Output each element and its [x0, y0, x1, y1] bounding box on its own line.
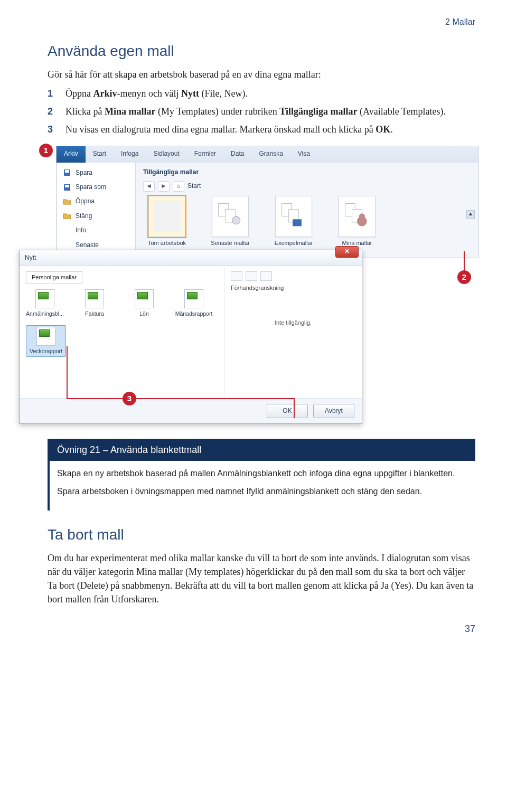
template-label: Tom arbetsbok [143, 239, 191, 248]
template-thumb [148, 196, 185, 237]
backstage: SparaSpara somÖppnaStängInfoSenaste Till… [57, 163, 478, 258]
steps-list: 1Öppna Arkiv-menyn och välj Nytt (File, … [48, 87, 475, 136]
view-icon-2[interactable] [246, 271, 257, 281]
template-label: Senaste mallar [206, 239, 254, 248]
step-item: 1Öppna Arkiv-menyn och välj Nytt (File, … [48, 87, 475, 100]
svg-rect-9 [293, 219, 302, 226]
file-grid: Anmälningsbl...FakturaLönMånadsrapportVe… [26, 289, 218, 357]
backstage-title: Tillgängliga mallar [143, 168, 471, 177]
section-intro: Gör så här för att skapa en arbetsbok ba… [48, 68, 475, 81]
ribbon-tab[interactable]: Granska [251, 146, 290, 162]
file-item[interactable]: Faktura [76, 289, 114, 318]
svg-point-13 [359, 213, 365, 219]
backstage-toolbar: ◄ ► ⌂ Start [143, 181, 471, 192]
excel-file-icon [36, 327, 55, 346]
backstage-menu-item[interactable]: Öppna [57, 194, 135, 209]
backstage-menu: SparaSpara somÖppnaStängInfoSenaste [57, 163, 136, 258]
step-number: 3 [48, 122, 57, 136]
dialog-footer: OK Avbryt [20, 398, 362, 423]
ribbon-tab[interactable]: Infoga [114, 146, 146, 162]
dialog-title-text: Nytt [25, 254, 36, 261]
callout-3-line-h1 [67, 398, 124, 399]
file-item[interactable]: Månadsrapport [175, 289, 213, 318]
template-label: Exempelmallar [270, 239, 317, 248]
ribbon-tab[interactable]: Sidlayout [146, 146, 186, 162]
preview-not-available: Inte tillgänglig. [231, 319, 355, 327]
callout-2-line [464, 251, 465, 272]
exercise-p1: Skapa en ny arbetsbok baserad på mallen … [57, 467, 468, 480]
backstage-menu-item[interactable]: Info [57, 223, 135, 238]
dialog-right-pane: Förhandsgranskning Inte tillgänglig. [224, 266, 362, 398]
ribbon-tab[interactable]: Arkiv [57, 146, 86, 162]
template-thumb [275, 196, 312, 237]
file-label: Veckorapport [27, 347, 64, 355]
breadcrumb: Start [187, 182, 201, 191]
close-icon[interactable]: ✕ [335, 246, 359, 258]
ribbon-tab[interactable]: Visa [290, 146, 317, 162]
step-text: Klicka på Mina mallar (My Templates) und… [65, 105, 475, 118]
step-text: Öppna Arkiv-menyn och välj Nytt (File, N… [65, 87, 475, 100]
exercise-title: Övning 21 – Använda blankettmall [50, 439, 475, 461]
backstage-menu-label: Spara [76, 168, 92, 177]
backstage-menu-label: Spara som [76, 183, 106, 192]
template-item[interactable]: Mina mallar [333, 196, 381, 248]
scroll-up-icon[interactable]: ▲ [466, 210, 475, 219]
template-item[interactable]: Exempelmallar [270, 196, 317, 248]
öppna-icon [63, 197, 71, 206]
backstage-menu-label: Stäng [76, 212, 92, 221]
stäng-icon [63, 212, 71, 220]
nav-back-icon[interactable]: ◄ [143, 181, 155, 192]
step-number: 2 [48, 105, 57, 118]
preview-label: Förhandsgranskning [231, 284, 355, 292]
callout-3-line-h2 [136, 398, 295, 399]
callout-1: 1 [39, 144, 53, 157]
backstage-content: Tillgängliga mallar ◄ ► ⌂ Start Tom arbe… [136, 163, 478, 258]
template-row: Tom arbetsbokSenaste mallarExempelmallar… [143, 196, 471, 248]
backstage-menu-item[interactable]: Spara [57, 166, 135, 180]
preview-view-toggle[interactable] [231, 271, 355, 281]
file-label: Anmälningsbl... [26, 310, 64, 318]
excel-file-icon [35, 289, 54, 308]
exercise-p2: Spara arbetsboken i övningsmappen med na… [57, 485, 468, 498]
chapter-label: 2 Mallar [48, 16, 475, 28]
backstage-menu-label: Öppna [76, 197, 95, 206]
nav-fwd-icon[interactable]: ► [158, 181, 170, 192]
backstage-menu-item[interactable]: Spara som [57, 180, 135, 194]
file-label: Månadsrapport [175, 310, 213, 318]
excel-file-icon [184, 289, 203, 308]
ribbon-tabs: ArkivStartInfogaSidlayoutFormlerDataGran… [57, 146, 478, 162]
file-item[interactable]: Anmälningsbl... [26, 289, 64, 318]
template-thumb [212, 196, 249, 237]
dialog-titlebar: Nytt ✕ [20, 250, 362, 266]
step-number: 1 [48, 87, 57, 100]
ribbon: ArkivStartInfogaSidlayoutFormlerDataGran… [56, 146, 478, 258]
svg-rect-3 [65, 185, 69, 187]
file-item[interactable]: Lön [125, 289, 163, 318]
callout-2: 2 [457, 270, 471, 284]
section2-body: Om du har experimenterat med olika malla… [48, 551, 475, 606]
svg-point-6 [232, 216, 240, 224]
template-thumb [339, 196, 375, 237]
template-item[interactable]: Senaste mallar [206, 196, 254, 248]
file-item[interactable]: Veckorapport [26, 325, 66, 357]
dialog-left-pane: Personliga mallar Anmälningsbl...Faktura… [20, 266, 224, 398]
dialog-tab[interactable]: Personliga mallar [26, 271, 82, 284]
backstage-menu-item[interactable]: Stäng [57, 209, 135, 223]
view-icon-1[interactable] [231, 271, 242, 281]
ribbon-tab[interactable]: Formler [187, 146, 223, 162]
step-text: Nu visas en dialogruta med dina egna mal… [65, 122, 475, 136]
excel-file-icon [85, 289, 104, 308]
ok-button[interactable]: OK [267, 404, 308, 418]
file-label: Faktura [76, 310, 114, 318]
info-icon [63, 226, 71, 235]
file-label: Lön [125, 310, 163, 318]
exercise-body: Skapa en ny arbetsbok baserad på mallen … [50, 461, 475, 511]
view-icon-3[interactable] [260, 271, 272, 281]
ribbon-tab[interactable]: Start [86, 146, 114, 162]
screenshot-container: 1 2 3 ArkivStartInfogaSidlayoutFormlerDa… [14, 146, 478, 424]
template-item[interactable]: Tom arbetsbok [143, 196, 191, 248]
home-icon[interactable]: ⌂ [173, 181, 184, 192]
cancel-button[interactable]: Avbryt [313, 404, 354, 418]
ribbon-tab[interactable]: Data [223, 146, 251, 162]
page-number: 37 [48, 622, 475, 636]
